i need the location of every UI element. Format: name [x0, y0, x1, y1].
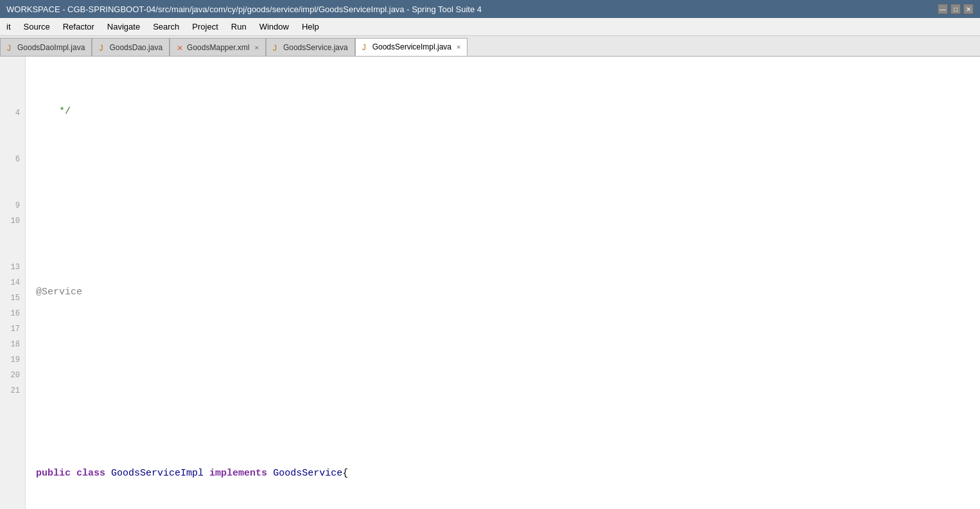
java-icon-4: J	[362, 43, 370, 51]
tab-close-goodsmapper[interactable]: ×	[255, 44, 259, 51]
code-line-class: public class GoodsServiceImpl implements…	[36, 465, 980, 481]
line-num-14: 13	[5, 260, 20, 275]
line-num-15: 14	[5, 275, 20, 290]
line-num-21: 20	[5, 368, 20, 383]
line-num-5	[5, 121, 20, 136]
code-space2	[105, 466, 111, 481]
line-num-13	[5, 244, 20, 260]
code-line-1: */	[36, 104, 980, 120]
code-kw-public: public	[36, 466, 71, 481]
code-kw-implements: implements	[209, 466, 267, 481]
title-bar: WORKSPACE - CGB-SPRINGBOOT-04/src/main/j…	[0, 0, 980, 18]
code-line-blank4	[36, 406, 980, 421]
title-bar-controls[interactable]: — □ ✕	[938, 4, 974, 14]
tab-goodsdao[interactable]: J GoodsDao.java	[92, 38, 170, 56]
line-num-9	[5, 183, 20, 198]
tab-label-goodsservice: GoodsService.java	[283, 43, 348, 52]
line-num-3	[5, 90, 20, 105]
code-line-service: @Service	[36, 285, 980, 300]
tab-bar: J GoodsDaoImpl.java J GoodsDao.java ✕ Go…	[0, 36, 980, 57]
line-num-20: 19	[5, 352, 20, 368]
code-kw-class: class	[76, 466, 105, 481]
tab-goodsdaoimpl[interactable]: J GoodsDaoImpl.java	[0, 38, 92, 56]
code-line-blank1	[36, 165, 980, 180]
java-icon-3: J	[273, 44, 281, 51]
java-icon-2: J	[99, 44, 107, 51]
menu-search[interactable]: Search	[146, 19, 186, 34]
line-num-19: 18	[5, 337, 20, 352]
menu-bar: it Source Refactor Navigate Search Proje…	[0, 18, 980, 36]
menu-refactor[interactable]: Refactor	[57, 19, 101, 34]
close-button[interactable]: ✕	[963, 4, 974, 14]
line-num-7: 6	[5, 152, 20, 167]
xml-icon: ✕	[177, 44, 184, 51]
line-num-11: 10	[5, 213, 20, 229]
tab-goodsmapper[interactable]: ✕ GoodsMapper.xml ×	[170, 38, 266, 56]
line-num-6	[5, 136, 20, 152]
menu-window[interactable]: Window	[253, 19, 295, 34]
menu-navigate[interactable]: Navigate	[101, 19, 146, 34]
tab-label-goodsserviceimpl: GoodsServiceImpl.java	[372, 42, 451, 51]
menu-source[interactable]: Source	[17, 19, 57, 34]
tab-goodsservice[interactable]: J GoodsService.java	[266, 38, 355, 56]
line-num-8	[5, 167, 20, 183]
window-title: WORKSPACE - CGB-SPRINGBOOT-04/src/main/j…	[6, 4, 482, 14]
menu-project[interactable]: Project	[186, 19, 224, 34]
code-line-blank3	[36, 345, 980, 361]
menu-help[interactable]: Help	[295, 19, 326, 34]
code-comment-close: */	[36, 104, 71, 119]
code-classname: GoodsServiceImpl	[111, 466, 204, 481]
line-num-10: 9	[5, 198, 20, 213]
code-annotation-service: @Service	[36, 285, 82, 299]
code-line-blank2	[36, 224, 980, 240]
line-num-2	[5, 75, 20, 90]
tab-label-goodsdaoimpl: GoodsDaoImpl.java	[17, 43, 85, 52]
menu-run[interactable]: Run	[225, 19, 253, 34]
menu-it[interactable]: it	[0, 19, 17, 34]
code-area[interactable]: 4 6 9 10 13 14 15 16 17 18 19 20 21 */ @…	[0, 57, 980, 509]
line-num-4: 4	[5, 105, 20, 121]
code-space1	[71, 466, 76, 481]
tab-close-goodsserviceimpl[interactable]: ×	[457, 43, 460, 51]
line-num-12	[5, 229, 20, 244]
title-bar-left: WORKSPACE - CGB-SPRINGBOOT-04/src/main/j…	[6, 4, 482, 14]
tab-label-goodsdao: GoodsDao.java	[109, 43, 162, 52]
code-space3	[204, 466, 209, 481]
code-content[interactable]: */ @Service public class GoodsServiceImp…	[26, 57, 980, 509]
line-num-1	[5, 59, 20, 75]
line-num-22: 21	[5, 383, 20, 398]
code-interfacename: GoodsService	[273, 466, 342, 481]
minimize-button[interactable]: —	[938, 4, 948, 14]
line-num-17: 16	[5, 306, 20, 321]
code-brace-open: {	[342, 466, 348, 481]
java-icon: J	[7, 44, 15, 51]
maximize-button[interactable]: □	[950, 4, 961, 14]
line-numbers: 4 6 9 10 13 14 15 16 17 18 19 20 21	[0, 57, 26, 509]
tab-goodsserviceimpl[interactable]: J GoodsServiceImpl.java ×	[355, 38, 468, 56]
line-num-18: 17	[5, 321, 20, 337]
tab-label-goodsmapper: GoodsMapper.xml	[187, 43, 249, 52]
line-num-16: 15	[5, 290, 20, 306]
code-space4	[267, 466, 273, 481]
